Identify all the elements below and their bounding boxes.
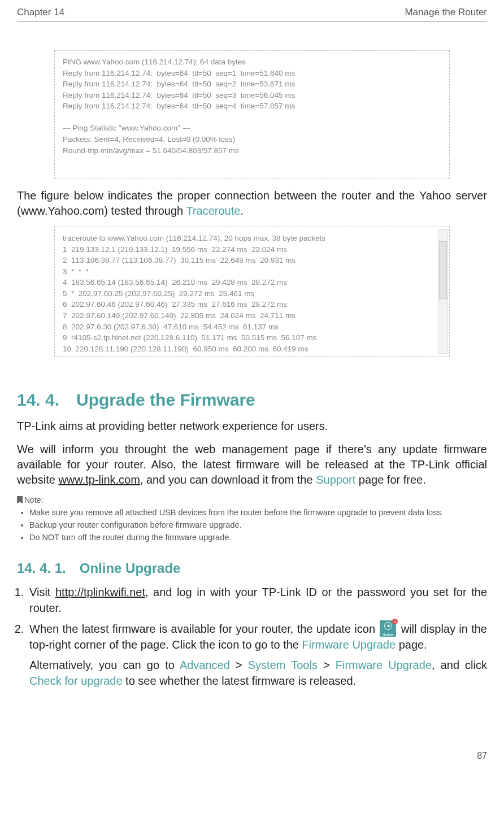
firmware-upgrade-term-2: Firmware Upgrade <box>336 659 432 671</box>
traceroute-output: traceroute to www.Yahoo.com (116.214.12.… <box>63 233 441 354</box>
tplink-link[interactable]: www.tp-link.com <box>58 473 140 486</box>
page-header: Chapter 14 Manage the Router <box>17 7 487 22</box>
note-item: Backup your router configuration before … <box>29 519 487 532</box>
advanced-term: Advanced <box>180 659 230 671</box>
check-for-upgrade-term: Check for upgrade <box>29 675 123 687</box>
section-heading: 14. 4. Upgrade the Firmware <box>17 390 487 410</box>
note-item: Make sure you remove all attached USB de… <box>29 507 487 519</box>
step-1: Visit http://tplinkwifi.net, and log in … <box>27 584 487 616</box>
note-label: Note: <box>17 495 487 505</box>
intro-paragraph-1: TP-Link aims at providing better network… <box>17 419 487 434</box>
firmware-upgrade-term: Firmware Upgrade <box>302 638 396 651</box>
system-tools-term: System Tools <box>248 659 318 671</box>
support-term: Support <box>316 473 355 486</box>
traceroute-output-box: traceroute to www.Yahoo.com (116.214.12.… <box>54 227 450 357</box>
scrollbar-thumb[interactable] <box>439 241 447 299</box>
notes-list: Make sure you remove all attached USB de… <box>17 507 487 544</box>
header-chapter: Chapter 14 <box>17 7 64 18</box>
tplinkwifi-link[interactable]: http://tplinkwifi.net <box>55 586 145 598</box>
intro-paragraph-2: We will inform you throught the web mana… <box>17 442 487 488</box>
note-item: Do NOT turn off the router during the fi… <box>29 532 487 544</box>
ping-output: PING www.Yahoo.com (116.214.12.74): 64 d… <box>63 56 441 156</box>
step-2: When the latest firmware is available fo… <box>27 620 487 689</box>
header-title: Manage the Router <box>405 7 487 18</box>
page-number: 87 <box>17 751 487 761</box>
traceroute-term: Traceroute <box>186 205 240 217</box>
ping-output-box: PING www.Yahoo.com (116.214.12.74): 64 d… <box>54 50 450 179</box>
scrollbar[interactable] <box>438 229 448 354</box>
subsection-heading: 14. 4. 1. Online Upgrade <box>17 560 487 576</box>
update-icon: Update1 <box>380 620 396 637</box>
traceroute-caption: The figure below indicates the proper co… <box>17 188 487 219</box>
steps-list: Visit http://tplinkwifi.net, and log in … <box>17 584 487 689</box>
